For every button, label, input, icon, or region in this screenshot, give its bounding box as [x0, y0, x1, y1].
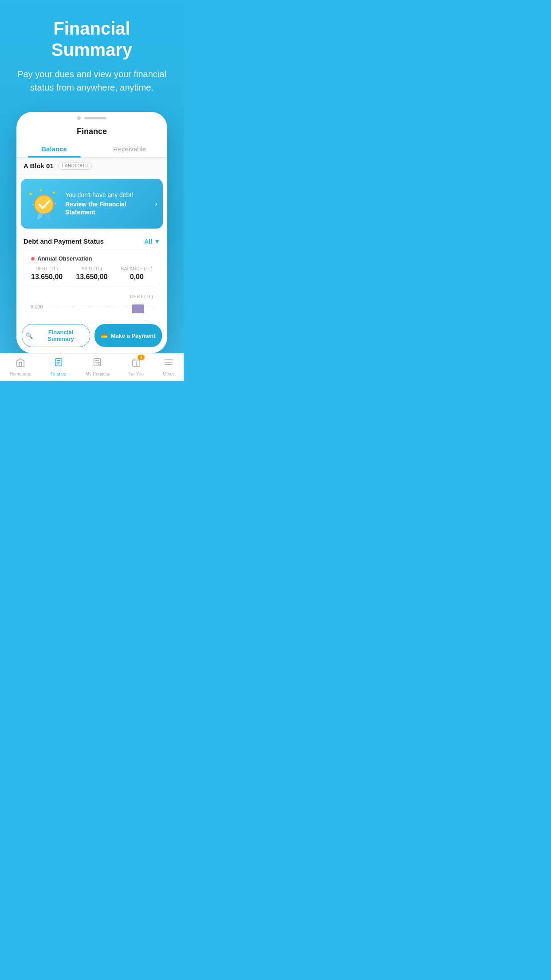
- debt-col: DEBT (TL) 13.650,00: [31, 266, 63, 281]
- balance-col: BALANCE (TL) 0,00: [121, 266, 153, 281]
- screen: Financial Summary Pay your dues and view…: [0, 0, 184, 381]
- chart-line-area: [50, 300, 153, 313]
- filter-icon: ▼: [154, 238, 160, 245]
- debt-header: Debt and Payment Status All ▼: [24, 237, 160, 245]
- debt-section-title: Debt and Payment Status: [24, 237, 104, 245]
- nav-for-you[interactable]: 4 For You: [129, 357, 144, 376]
- nav-my-request-label: My Request: [86, 371, 109, 376]
- balance-col-value: 0,00: [121, 273, 153, 281]
- paid-col-value: 13.650,00: [76, 273, 107, 281]
- paid-col: PAID (TL) 13.650,00: [76, 266, 107, 281]
- debt-col-value: 13.650,00: [31, 273, 63, 281]
- award-medal: ★ ★ ★ ★ ★: [26, 186, 62, 221]
- request-icon: [92, 357, 102, 370]
- nav-other[interactable]: Other: [163, 357, 174, 376]
- tab-bar: Balance Receivable: [16, 141, 167, 158]
- financial-summary-button[interactable]: 🔍 Financial Summary: [22, 324, 90, 347]
- chart-bar: [132, 304, 144, 313]
- nav-my-request[interactable]: My Request: [86, 357, 109, 376]
- finance-icon: [54, 357, 63, 370]
- obs-label-text: Annual Observation: [37, 255, 92, 262]
- obs-values-row: DEBT (TL) 13.650,00 PAID (TL) 13.650,00 …: [31, 266, 153, 281]
- nav-finance-label: Finance: [51, 371, 67, 376]
- annual-observation-card: Annual Observation DEBT (TL) 13.650,00 P…: [24, 249, 160, 287]
- search-icon: 🔍: [26, 332, 33, 339]
- tab-receivable[interactable]: Receivable: [92, 141, 167, 157]
- home-icon: [16, 357, 25, 370]
- svg-text:★: ★: [28, 191, 33, 197]
- page-subtitle: Pay your dues and view your financial st…: [11, 67, 173, 94]
- chart-y-label: 8.000: [31, 304, 47, 309]
- block-name: A Blok 01: [24, 162, 54, 170]
- filter-button[interactable]: All ▼: [144, 238, 160, 245]
- nav-other-label: Other: [163, 371, 174, 376]
- action-buttons: 🔍 Financial Summary 💳 Make a Payment: [16, 320, 167, 353]
- obs-label-row: Annual Observation: [31, 255, 153, 262]
- phone-camera: [77, 116, 81, 120]
- chart-area: DEBT (TL) 8.000: [24, 291, 160, 317]
- nav-finance[interactable]: Finance: [51, 357, 67, 376]
- nav-homepage-label: Homepage: [10, 371, 31, 376]
- svg-text:★: ★: [54, 202, 57, 205]
- svg-text:★: ★: [52, 190, 56, 195]
- svg-point-6: [35, 196, 53, 213]
- no-debt-message: You don't have any debt!: [65, 191, 151, 198]
- chart-axis-label: DEBT (TL): [31, 294, 153, 299]
- no-debt-banner[interactable]: ★ ★ ★ ★ ★ You don't have any d: [21, 179, 163, 229]
- phone-mockup: Finance Balance Receivable A Blok 01 LAN…: [16, 112, 167, 353]
- landlord-badge: LANDLORD: [58, 162, 92, 170]
- financial-summary-label: Financial Summary: [35, 329, 86, 342]
- phone-speaker: [84, 117, 106, 119]
- nav-for-you-label: For You: [129, 371, 144, 376]
- make-payment-label: Make a Payment: [110, 332, 155, 339]
- review-statement-link[interactable]: Review the Financial Statement: [65, 200, 151, 216]
- paid-col-label: PAID (TL): [76, 266, 107, 271]
- nav-homepage[interactable]: Homepage: [10, 357, 31, 376]
- page-title: Financial Summary: [11, 18, 173, 60]
- phone-top-bar: [16, 112, 167, 123]
- filter-all-label: All: [144, 238, 152, 245]
- for-you-badge-wrap: 4: [131, 357, 141, 370]
- header-section: Financial Summary Pay your dues and view…: [0, 0, 184, 103]
- block-info: A Blok 01 LANDLORD: [16, 158, 167, 174]
- make-payment-button[interactable]: 💳 Make a Payment: [94, 324, 162, 347]
- tab-balance[interactable]: Balance: [16, 141, 92, 157]
- finance-screen-title: Finance: [16, 123, 167, 136]
- svg-text:★: ★: [39, 188, 43, 192]
- balance-col-label: BALANCE (TL): [121, 266, 153, 271]
- debt-section: Debt and Payment Status All ▼ Annual Obs…: [16, 233, 167, 320]
- svg-line-15: [100, 365, 101, 365]
- banner-text: You don't have any debt! Review the Fina…: [65, 191, 151, 216]
- wallet-icon: 💳: [101, 332, 108, 339]
- bottom-nav: Homepage Finance: [0, 353, 184, 381]
- obs-status-dot: [31, 257, 35, 261]
- other-icon: [164, 357, 173, 370]
- banner-arrow-icon: ›: [155, 199, 157, 209]
- debt-col-label: DEBT (TL): [31, 266, 63, 271]
- for-you-badge: 4: [138, 355, 145, 360]
- chart-row: 8.000: [31, 300, 153, 313]
